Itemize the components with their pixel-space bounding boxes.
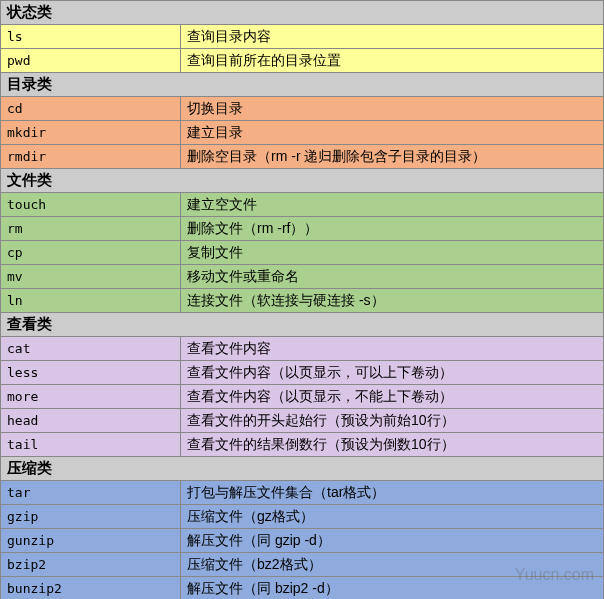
description-cell: 建立目录 — [181, 121, 604, 145]
table-row: gzip压缩文件（gz格式） — [1, 505, 604, 529]
description-cell: 复制文件 — [181, 241, 604, 265]
command-cell: ls — [1, 25, 181, 49]
table-row: mv移动文件或重命名 — [1, 265, 604, 289]
description-cell: 查询目录内容 — [181, 25, 604, 49]
description-cell: 查看文件内容（以页显示，可以上下卷动） — [181, 361, 604, 385]
description-cell: 压缩文件（bz2格式） — [181, 553, 604, 577]
command-reference-table: 状态类ls查询目录内容pwd查询目前所在的目录位置目录类cd切换目录mkdir建… — [0, 0, 604, 599]
table-row: rmdir删除空目录（rm -r 递归删除包含子目录的目录） — [1, 145, 604, 169]
command-cell: head — [1, 409, 181, 433]
table-row: mkdir建立目录 — [1, 121, 604, 145]
description-cell: 查看文件的结果倒数行（预设为倒数10行） — [181, 433, 604, 457]
table-row: cd切换目录 — [1, 97, 604, 121]
command-cell: gunzip — [1, 529, 181, 553]
table-row: more查看文件内容（以页显示，不能上下卷动） — [1, 385, 604, 409]
description-cell: 打包与解压文件集合（tar格式） — [181, 481, 604, 505]
table-row: less查看文件内容（以页显示，可以上下卷动） — [1, 361, 604, 385]
table-row: cp复制文件 — [1, 241, 604, 265]
command-cell: mv — [1, 265, 181, 289]
description-cell: 查看文件内容（以页显示，不能上下卷动） — [181, 385, 604, 409]
command-cell: pwd — [1, 49, 181, 73]
section-header: 查看类 — [1, 313, 604, 337]
command-cell: gzip — [1, 505, 181, 529]
table-row: ln连接文件（软连接与硬连接 -s） — [1, 289, 604, 313]
description-cell: 移动文件或重命名 — [181, 265, 604, 289]
table-row: rm删除文件（rm -rf）） — [1, 217, 604, 241]
command-cell: cat — [1, 337, 181, 361]
description-cell: 查看文件的开头起始行（预设为前始10行） — [181, 409, 604, 433]
table-row: bunzip2解压文件（同 bzip2 -d） — [1, 577, 604, 600]
command-cell: bunzip2 — [1, 577, 181, 600]
command-cell: mkdir — [1, 121, 181, 145]
command-cell: bzip2 — [1, 553, 181, 577]
section-header: 目录类 — [1, 73, 604, 97]
table-row: touch建立空文件 — [1, 193, 604, 217]
command-cell: cd — [1, 97, 181, 121]
table-row: gunzip解压文件（同 gzip -d） — [1, 529, 604, 553]
table-row: cat查看文件内容 — [1, 337, 604, 361]
table-row: head查看文件的开头起始行（预设为前始10行） — [1, 409, 604, 433]
description-cell: 删除文件（rm -rf）） — [181, 217, 604, 241]
command-cell: rmdir — [1, 145, 181, 169]
description-cell: 建立空文件 — [181, 193, 604, 217]
command-cell: tar — [1, 481, 181, 505]
description-cell: 查看文件内容 — [181, 337, 604, 361]
description-cell: 压缩文件（gz格式） — [181, 505, 604, 529]
description-cell: 解压文件（同 bzip2 -d） — [181, 577, 604, 600]
command-cell: rm — [1, 217, 181, 241]
command-cell: less — [1, 361, 181, 385]
table-row: bzip2压缩文件（bz2格式） — [1, 553, 604, 577]
table-row: tail查看文件的结果倒数行（预设为倒数10行） — [1, 433, 604, 457]
description-cell: 切换目录 — [181, 97, 604, 121]
section-header: 文件类 — [1, 169, 604, 193]
description-cell: 解压文件（同 gzip -d） — [181, 529, 604, 553]
command-cell: cp — [1, 241, 181, 265]
command-cell: ln — [1, 289, 181, 313]
table-row: tar打包与解压文件集合（tar格式） — [1, 481, 604, 505]
section-header: 状态类 — [1, 1, 604, 25]
description-cell: 查询目前所在的目录位置 — [181, 49, 604, 73]
section-header: 压缩类 — [1, 457, 604, 481]
table-row: pwd查询目前所在的目录位置 — [1, 49, 604, 73]
description-cell: 连接文件（软连接与硬连接 -s） — [181, 289, 604, 313]
command-cell: tail — [1, 433, 181, 457]
command-cell: more — [1, 385, 181, 409]
table-row: ls查询目录内容 — [1, 25, 604, 49]
command-cell: touch — [1, 193, 181, 217]
description-cell: 删除空目录（rm -r 递归删除包含子目录的目录） — [181, 145, 604, 169]
